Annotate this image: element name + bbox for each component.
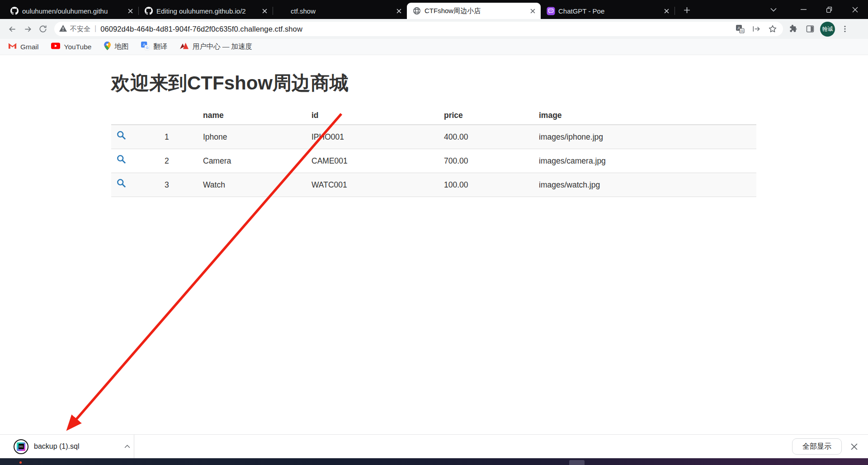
tab-strip: ouluhumen/ouluhumen.githu Editing ouluhu…	[0, 0, 868, 19]
tab-close-icon[interactable]	[395, 7, 403, 15]
bookmark-user-center[interactable]: 用户中心 — 加速度	[179, 41, 253, 53]
taskbar-notification-dot	[19, 461, 22, 464]
profile-avatar[interactable]: 翰诚	[820, 22, 835, 37]
url-separator: |	[94, 24, 96, 33]
header-image: image	[535, 108, 756, 125]
url-text[interactable]: 06092d4b-464b-4d81-904f-76d2f0c635f0.cha…	[100, 25, 302, 33]
bookmark-maps[interactable]: 地图	[103, 41, 129, 53]
bookmark-label: 用户中心 — 加速度	[192, 42, 252, 52]
blank-favicon	[278, 6, 288, 15]
minimize-button[interactable]	[791, 0, 816, 19]
bookmark-translate[interactable]: A G 翻译	[140, 41, 168, 53]
tab-title: ctf.show	[291, 7, 392, 15]
close-download-bar-icon[interactable]	[846, 439, 862, 454]
maps-pin-icon	[104, 42, 111, 52]
table-row: 2 Camera CAME001 700.00 images/camera.jp…	[111, 149, 756, 173]
table-row: 1 Iphone IPHO001 400.00 images/iphone.jp…	[111, 125, 756, 149]
address-bar[interactable]: 不安全 | 06092d4b-464b-4d81-904f-76d2f0c635…	[54, 22, 783, 36]
tab-close-icon[interactable]	[528, 7, 537, 15]
security-label[interactable]: 不安全	[70, 25, 90, 33]
show-all-downloads-button[interactable]: 全部显示	[792, 438, 842, 455]
cell-price: 400.00	[440, 125, 535, 149]
cell-index: 1	[161, 125, 199, 149]
header-id: id	[308, 108, 440, 125]
cell-image: images/watch.jpg	[535, 173, 756, 197]
tab-title: Editing ouluhumen.github.io/2	[156, 7, 257, 15]
tab-github-editing[interactable]: Editing ouluhumen.github.io/2	[139, 3, 273, 19]
restore-button[interactable]	[816, 0, 842, 19]
download-filename[interactable]: backup (1).sql	[34, 442, 80, 451]
globe-icon	[412, 6, 421, 15]
github-icon	[144, 6, 153, 15]
search-detail-icon[interactable]	[115, 155, 126, 164]
bookmark-youtube[interactable]: YouTube	[50, 41, 92, 53]
tab-search-chevron-icon[interactable]	[763, 0, 784, 19]
github-icon	[10, 6, 19, 15]
translate-icon[interactable]: A G	[733, 22, 747, 36]
bookmark-label: 地图	[114, 42, 128, 52]
side-panel-icon[interactable]	[803, 22, 817, 36]
download-bar: DG backup (1).sql 全部显示	[0, 434, 868, 458]
tab-title: ChatGPT - Poe	[558, 7, 659, 15]
table-header-row: name id price image	[111, 108, 756, 125]
cell-name: Camera	[199, 149, 308, 173]
bookmarks-bar: Gmail YouTube 地图 A G	[0, 39, 868, 55]
tab-ctfshow[interactable]: ctf.show	[273, 3, 407, 19]
tab-close-icon[interactable]	[662, 7, 671, 15]
bookmark-gmail[interactable]: Gmail	[7, 41, 39, 53]
cell-name: Watch	[199, 173, 308, 197]
menu-kebab-icon[interactable]	[838, 22, 852, 36]
page-title: 欢迎来到CTFshow周边商城	[111, 70, 868, 96]
cell-name: Iphone	[199, 125, 308, 149]
back-icon[interactable]	[5, 21, 20, 37]
bookmark-label: 翻译	[153, 42, 167, 52]
cell-price: 100.00	[440, 173, 535, 197]
extensions-puzzle-icon[interactable]	[787, 22, 800, 36]
tab-separator	[675, 7, 675, 15]
cell-index: 3	[161, 173, 199, 197]
cell-price: 700.00	[440, 149, 535, 173]
poe-icon	[546, 6, 555, 15]
sql-file-icon: DG	[14, 439, 28, 454]
chevron-up-icon[interactable]	[120, 440, 134, 453]
new-tab-button[interactable]	[680, 4, 693, 16]
tab-title: ouluhumen/ouluhumen.githu	[22, 7, 123, 15]
cell-id: CAME001	[308, 149, 440, 173]
header-empty-icon-col	[111, 108, 161, 125]
header-empty-index-col	[161, 108, 199, 125]
forward-icon[interactable]	[20, 21, 35, 37]
tab-close-icon[interactable]	[126, 7, 135, 15]
download-divider	[134, 435, 134, 458]
header-price: price	[440, 108, 535, 125]
search-detail-icon[interactable]	[115, 178, 126, 188]
reload-icon[interactable]	[35, 21, 51, 37]
tab-chatgpt-poe[interactable]: ChatGPT - Poe	[541, 3, 675, 19]
header-name: name	[199, 108, 308, 125]
download-item[interactable]: DG backup (1).sql	[14, 435, 134, 458]
taskbar-active-app-highlight	[569, 460, 585, 465]
not-secure-warning-icon[interactable]	[59, 24, 67, 34]
tab-title: CTFshow周边小店	[425, 7, 525, 15]
cell-id: IPHO001	[308, 125, 440, 149]
bookmark-star-icon[interactable]	[766, 22, 779, 36]
mountain-logo-icon	[180, 42, 189, 51]
tab-ctfshow-shop-active[interactable]: CTFshow周边小店	[407, 3, 541, 19]
browser-toolbar: 不安全 | 06092d4b-464b-4d81-904f-76d2f0c635…	[0, 19, 868, 39]
share-icon[interactable]	[750, 22, 763, 36]
svg-text:G: G	[741, 29, 743, 33]
cell-index: 2	[161, 149, 199, 173]
tab-github-repo[interactable]: ouluhumen/ouluhumen.githu	[5, 3, 138, 19]
bookmark-label: YouTube	[64, 43, 91, 51]
cell-image: images/iphone.jpg	[535, 125, 756, 149]
svg-text:G: G	[146, 46, 149, 50]
taskbar-edge	[0, 458, 868, 465]
table-row: 3 Watch WATC001 100.00 images/watch.jpg	[111, 173, 756, 197]
translate-colored-icon: A G	[141, 42, 150, 52]
cell-image: images/camera.jpg	[535, 149, 756, 173]
search-detail-icon[interactable]	[115, 131, 126, 140]
window-controls	[791, 0, 868, 19]
products-table: name id price image 1 Iphone IPHO001 400…	[111, 108, 756, 197]
tab-close-icon[interactable]	[260, 7, 269, 15]
close-window-button[interactable]	[842, 0, 868, 19]
bookmark-label: Gmail	[20, 43, 38, 51]
